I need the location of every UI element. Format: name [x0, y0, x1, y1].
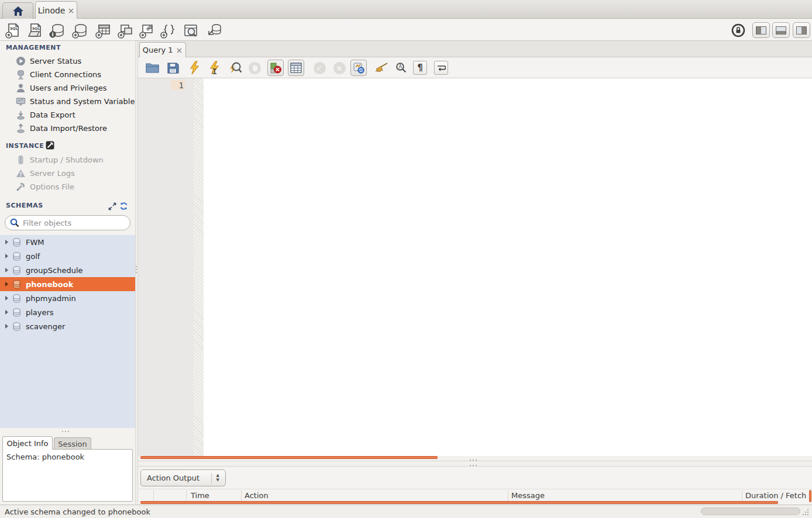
expand-arrow-icon[interactable]	[5, 282, 8, 286]
query-tab-strip: Query 1 ×	[138, 41, 812, 57]
output-panel: Action Output ▲▼ Time Action Message Dur…	[138, 468, 812, 505]
sidebar-item-startup-shutdown[interactable]: Startup / Shutdown	[0, 153, 135, 167]
find-button[interactable]: A	[393, 60, 410, 76]
search-table-data-button[interactable]	[181, 22, 200, 39]
column-header-action[interactable]: Action	[245, 491, 269, 500]
schema-icon	[12, 252, 21, 261]
limit-rows-button[interactable]	[288, 60, 304, 76]
create-procedure-button[interactable]	[137, 22, 156, 39]
tab-object-info[interactable]: Object Info	[2, 436, 53, 450]
expand-panel-icon[interactable]	[108, 202, 117, 211]
commit-button[interactable]: ✓	[311, 60, 328, 76]
stop-hand-icon	[249, 62, 261, 74]
toggle-bottom-panel-button[interactable]	[772, 22, 790, 38]
beautify-query-button[interactable]	[373, 60, 390, 76]
wrap-text-button[interactable]	[434, 61, 448, 75]
schema-icon	[12, 266, 21, 275]
expand-arrow-icon[interactable]	[5, 254, 8, 258]
output-type-selector[interactable]: Action Output ▲▼	[140, 469, 226, 486]
schema-row-golf[interactable]: golf	[0, 249, 135, 263]
schema-name: phonebook	[26, 280, 73, 289]
sidebar-item-label: Data Export	[30, 110, 75, 119]
tab-session[interactable]: Session	[54, 437, 91, 450]
schema-row-scavenger[interactable]: scavenger	[0, 319, 135, 333]
create-schema-button[interactable]	[71, 22, 90, 39]
sidebar-item-server-status[interactable]: Server Status	[0, 54, 135, 68]
create-table-button[interactable]	[94, 22, 112, 39]
toggle-left-panel-button[interactable]	[752, 22, 770, 38]
main-toolbar: SQL SQL i	[0, 19, 812, 41]
window-resize-grip[interactable]	[800, 507, 810, 516]
refresh-icon[interactable]	[119, 202, 128, 210]
invisible-chars-button[interactable]: ¶	[413, 61, 427, 75]
left-panel-icon	[756, 26, 766, 34]
editor-hscrollbar[interactable]	[140, 456, 438, 459]
toggle-autocommit-button[interactable]	[350, 60, 367, 76]
connection-tab-close-icon[interactable]: ×	[67, 6, 74, 15]
expand-arrow-icon[interactable]	[5, 310, 8, 315]
editor-line-gutter: 1	[138, 78, 194, 456]
expand-arrow-icon[interactable]	[5, 324, 8, 329]
rollback-button[interactable]: ×	[331, 60, 347, 76]
schema-row-groupschedule[interactable]: groupSchedule	[0, 263, 135, 277]
client-connections-icon	[16, 70, 26, 80]
instance-wrench-badge-icon	[46, 141, 54, 150]
output-splitter-handle[interactable]	[470, 465, 477, 466]
sidebar-item-options-file[interactable]: Options File	[0, 180, 135, 194]
sidebar-item-data-import[interactable]: Data Import/Restore	[0, 122, 135, 135]
toggle-right-panel-button[interactable]	[793, 22, 810, 38]
open-sql-script-button[interactable]: SQL	[26, 22, 44, 39]
sidebar-splitter-handle[interactable]	[62, 431, 69, 432]
create-function-button[interactable]	[159, 22, 177, 39]
execute-current-button[interactable]	[207, 60, 223, 76]
new-sql-tab-button[interactable]: SQL	[4, 22, 22, 39]
save-script-button[interactable]	[164, 60, 181, 76]
home-tab[interactable]	[2, 2, 33, 19]
sidebar-item-users-privileges[interactable]: Users and Privileges	[0, 81, 135, 95]
expand-arrow-icon[interactable]	[5, 296, 8, 301]
schema-row-fwm[interactable]: FWM	[0, 235, 135, 249]
splitter-grip	[136, 266, 137, 273]
schema-row-phpmyadmin[interactable]: phpmyadmin	[0, 291, 135, 305]
warning-triangle-icon	[16, 168, 26, 178]
data-export-icon	[16, 110, 26, 120]
query-tab-close-icon[interactable]: ×	[176, 46, 183, 54]
explain-plan-button[interactable]	[227, 60, 243, 76]
column-header-message[interactable]: Message	[511, 491, 545, 500]
execute-all-button[interactable]	[186, 60, 202, 76]
stop-query-button[interactable]	[246, 60, 263, 76]
output-splitter-handle[interactable]	[470, 460, 477, 461]
output-vscrollbar[interactable]	[809, 490, 811, 502]
sidebar-item-server-logs[interactable]: Server Logs	[0, 167, 135, 180]
schema-icon	[12, 308, 21, 317]
sidebar-item-status-system-variables[interactable]: Status and System Variables	[0, 95, 135, 108]
open-script-button[interactable]	[144, 60, 161, 76]
create-view-button[interactable]	[116, 22, 135, 39]
schema-icon	[12, 294, 21, 303]
schema-name: groupSchedule	[26, 266, 83, 275]
sidebar-item-client-connections[interactable]: Client Connections	[0, 68, 135, 81]
sidebar-item-data-export[interactable]: Data Export	[0, 108, 135, 122]
column-header-time[interactable]: Time	[191, 491, 209, 500]
tab-label: Object Info	[6, 439, 48, 448]
schema-filter-input[interactable]	[23, 219, 125, 227]
schema-row-players[interactable]: players	[0, 305, 135, 319]
connection-tab[interactable]: Linode ×	[35, 1, 77, 19]
schema-name: scavenger	[26, 322, 65, 331]
schema-name: golf	[26, 252, 40, 261]
schema-name: players	[26, 308, 54, 317]
statusbar-scroll-thumb[interactable]	[701, 507, 800, 515]
column-header-duration-fetch[interactable]: Duration / Fetch	[745, 491, 806, 500]
toggle-stop-on-error-button[interactable]	[267, 60, 284, 76]
expand-arrow-icon[interactable]	[5, 240, 8, 244]
schema-inspector-button[interactable]: i	[48, 22, 67, 39]
sql-editor-canvas[interactable]	[204, 78, 812, 456]
expand-arrow-icon[interactable]	[5, 268, 8, 272]
output-hscrollbar[interactable]	[140, 501, 778, 504]
schema-row-phonebook-selected[interactable]: phonebook	[0, 277, 135, 291]
sidebar-item-label: Options File	[30, 182, 74, 191]
reconnect-dbms-button[interactable]	[205, 22, 224, 39]
tab-query-1[interactable]: Query 1 ×	[139, 42, 186, 57]
sidebar-item-label: Server Status	[30, 57, 81, 65]
traffic-light-icon	[16, 155, 26, 165]
